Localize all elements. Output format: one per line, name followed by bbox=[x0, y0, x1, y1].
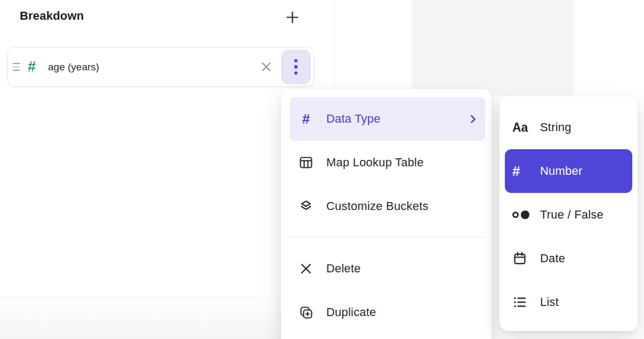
remove-field-button[interactable] bbox=[259, 59, 274, 75]
menu-item-label: Customize Buckets bbox=[326, 199, 429, 213]
calendar-icon bbox=[512, 251, 534, 266]
field-options-button[interactable] bbox=[281, 50, 311, 84]
submenu-item-true-false[interactable]: True / False bbox=[505, 193, 632, 237]
true-false-circles-icon bbox=[512, 211, 534, 219]
menu-item-data-type[interactable]: # Data Type bbox=[289, 97, 485, 141]
menu-item-label: Delete bbox=[326, 262, 361, 276]
breakdown-panel-screen: Breakdown # age (years) # bbox=[0, 0, 644, 339]
chevron-right-icon bbox=[470, 114, 477, 124]
field-name-label: age (years) bbox=[48, 61, 99, 73]
field-options-menu: # Data Type Map Lookup Table bbox=[281, 89, 492, 339]
drag-handle-icon[interactable] bbox=[12, 60, 21, 74]
layers-icon bbox=[299, 199, 313, 214]
menu-item-label: Map Lookup Table bbox=[326, 156, 424, 170]
hash-icon: # bbox=[512, 164, 534, 178]
page-title: Breakdown bbox=[20, 9, 84, 23]
submenu-item-label: List bbox=[540, 295, 559, 309]
duplicate-icon bbox=[299, 305, 313, 320]
x-icon bbox=[299, 261, 313, 276]
submenu-item-label: String bbox=[540, 120, 571, 134]
menu-item-label: Duplicate bbox=[326, 305, 376, 319]
number-type-icon: # bbox=[28, 60, 36, 74]
submenu-item-number[interactable]: # Number bbox=[505, 149, 632, 193]
menu-section-divider bbox=[289, 237, 485, 237]
kebab-menu-icon bbox=[294, 58, 298, 76]
close-icon bbox=[260, 60, 273, 74]
menu-item-duplicate[interactable]: Duplicate bbox=[289, 290, 485, 334]
menu-item-map-lookup-table[interactable]: Map Lookup Table bbox=[289, 141, 485, 184]
menu-item-delete[interactable]: Delete bbox=[289, 247, 485, 290]
submenu-item-label: True / False bbox=[540, 208, 603, 222]
submenu-item-label: Number bbox=[540, 164, 582, 178]
chart-canvas-placeholder bbox=[412, 0, 574, 95]
submenu-item-date[interactable]: Date bbox=[505, 237, 632, 280]
submenu-item-label: Date bbox=[540, 252, 565, 265]
menu-item-customize-buckets[interactable]: Customize Buckets bbox=[289, 184, 485, 228]
list-icon bbox=[512, 295, 534, 310]
plus-icon bbox=[285, 10, 300, 25]
table-icon bbox=[299, 155, 313, 170]
submenu-item-list[interactable]: List bbox=[505, 280, 632, 324]
data-type-submenu: Aa String # Number True / False Date bbox=[500, 96, 638, 331]
menu-item-label: Data Type bbox=[326, 112, 381, 126]
hash-icon: # bbox=[299, 112, 313, 126]
aa-icon: Aa bbox=[512, 122, 534, 134]
breakdown-field-chip[interactable]: # age (years) bbox=[7, 47, 315, 87]
submenu-item-string[interactable]: Aa String bbox=[505, 106, 632, 149]
add-breakdown-button[interactable] bbox=[283, 8, 301, 26]
